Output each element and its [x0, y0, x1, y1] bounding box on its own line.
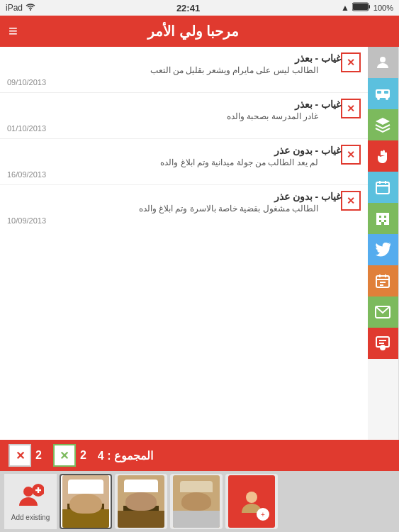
- absence-title-1: غياب - بعذر: [7, 52, 341, 64]
- svg-rect-19: [381, 222, 384, 225]
- svg-point-35: [246, 492, 257, 503]
- status-bar: iPad 22:41 ▲ 100%: [0, 0, 399, 16]
- sidebar-item-cal2[interactable]: [367, 265, 398, 297]
- absence-title-4: غياب - بدون عذر: [7, 191, 341, 202]
- app-header: مرحبا ولي الأمر ≡: [0, 16, 399, 47]
- svg-point-9: [386, 97, 388, 100]
- unexcused-x-icon: [16, 449, 25, 462]
- content-area: غياب - بعذر الطالب ليس على مايرام ويشعر …: [0, 47, 368, 440]
- svg-rect-18: [384, 220, 386, 222]
- svg-rect-7: [384, 91, 388, 94]
- sidebar-item-profile[interactable]: [367, 47, 398, 78]
- student-thumb-4[interactable]: +: [225, 474, 278, 529]
- svg-rect-3: [369, 5, 370, 9]
- absence-desc-4: الطالب مشغول بقضية خاصة بالاسرة وتم ابلا…: [7, 204, 318, 214]
- add-person-icon: [16, 482, 45, 511]
- excused-count: 2: [80, 449, 86, 462]
- svg-rect-16: [384, 216, 386, 218]
- svg-text:+: +: [261, 511, 265, 519]
- absence-date-2: 01/10/2013: [7, 124, 361, 133]
- sidebar-item-mail[interactable]: [367, 297, 398, 328]
- svg-point-31: [23, 487, 33, 497]
- svg-rect-17: [379, 220, 381, 222]
- absence-dismiss-3[interactable]: [341, 145, 361, 165]
- battery-percent: 100%: [373, 4, 393, 12]
- excused-x-icon: [60, 449, 69, 462]
- absence-entry-1: غياب - بعذر الطالب ليس على مايرام ويشعر …: [0, 47, 368, 93]
- svg-rect-6: [377, 91, 381, 94]
- svg-point-0: [30, 9, 31, 11]
- absence-date-1: 09/10/2013: [7, 78, 361, 87]
- svg-rect-15: [379, 216, 381, 218]
- absence-title-2: غياب - بعذر: [7, 99, 341, 110]
- sidebar-item-twitter[interactable]: [367, 234, 398, 265]
- unexcused-icon-box: [9, 444, 31, 467]
- time-label: 22:41: [176, 3, 200, 13]
- footer-stat-unexcused: 2: [9, 444, 42, 467]
- add-existing-button[interactable]: Add existing: [4, 474, 57, 529]
- absence-entry-3: غياب - بدون عذر لم يعد الطالب من جولة مي…: [0, 139, 368, 185]
- svg-point-28: [381, 345, 385, 350]
- absence-dismiss-2[interactable]: [341, 99, 361, 118]
- sidebar-item-bus[interactable]: [367, 78, 398, 109]
- sidebar-item-grade[interactable]: [367, 109, 398, 140]
- sidebar-item-cert[interactable]: [367, 328, 398, 359]
- absence-dismiss-1[interactable]: [341, 52, 361, 72]
- sidebar-item-building[interactable]: [367, 203, 398, 234]
- absence-desc-1: الطالب ليس على مايرام ويشعر بقليل من الت…: [7, 65, 318, 75]
- carrier-label: iPad: [6, 3, 23, 13]
- wifi-icon: [26, 3, 35, 13]
- absence-entry-4: غياب - بدون عذر الطالب مشغول بقضية خاصة …: [0, 185, 368, 231]
- absence-desc-2: غادر المدرسة بصحبة والده: [7, 111, 318, 121]
- header-title: مرحبا ولي الأمر: [18, 23, 369, 40]
- absence-date-3: 16/09/2013: [7, 170, 361, 179]
- sidebar: [368, 47, 399, 440]
- svg-point-4: [380, 57, 386, 62]
- svg-rect-10: [376, 182, 389, 194]
- absence-title-3: غياب - بدون عذر: [7, 145, 341, 156]
- footer-stat-excused: 2: [53, 444, 86, 467]
- sidebar-item-hand[interactable]: [367, 140, 398, 172]
- absence-entry-2: غياب - بعذر غادر المدرسة بصحبة والده 01/…: [0, 93, 368, 139]
- main-layout: غياب - بعذر الطالب ليس على مايرام ويشعر …: [0, 47, 399, 440]
- footer-bar: المجموع : 4 2 2: [0, 440, 399, 471]
- svg-point-8: [377, 97, 380, 100]
- sidebar-item-calendar[interactable]: [367, 172, 398, 203]
- student-thumb-3[interactable]: [170, 474, 223, 529]
- absence-desc-3: لم يعد الطالب من جولة ميدانية وتم ابلاغ …: [7, 157, 318, 167]
- location-icon: ▲: [341, 3, 349, 13]
- status-left: iPad: [6, 3, 35, 13]
- student-thumb-2[interactable]: [115, 474, 167, 529]
- thumbnails-bar: Add existing: [0, 471, 399, 532]
- excused-icon-box: [53, 444, 76, 467]
- status-right: ▲ 100%: [341, 2, 393, 13]
- absence-date-4: 10/09/2013: [7, 216, 361, 225]
- add-existing-label: Add existing: [11, 514, 50, 521]
- menu-icon[interactable]: ≡: [9, 23, 18, 39]
- footer-total: المجموع : 4: [98, 449, 153, 462]
- student-thumb-1[interactable]: [60, 474, 112, 529]
- battery-icon: [352, 2, 371, 13]
- absence-dismiss-4[interactable]: [341, 191, 361, 211]
- svg-rect-2: [353, 4, 368, 10]
- unexcused-count: 2: [35, 449, 42, 462]
